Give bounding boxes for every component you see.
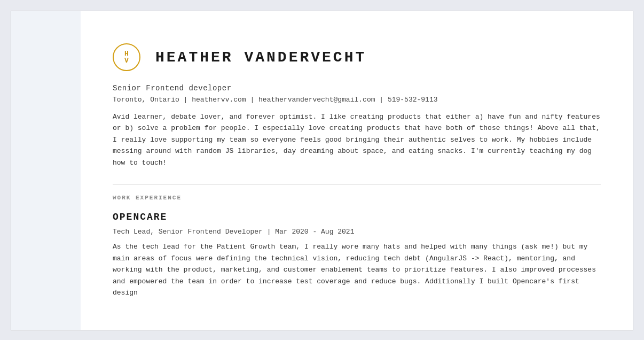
position-opencare: Tech Lead, Senior Frontend Developer | M… bbox=[113, 228, 601, 236]
contact-info: Toronto, Ontario | heathervv.com | heath… bbox=[113, 96, 601, 104]
company-opencare: OPENCARE Tech Lead, Senior Frontend Deve… bbox=[113, 212, 601, 298]
avatar-letter-v: V bbox=[124, 57, 129, 64]
work-experience-label: WORK EXPERIENCE bbox=[113, 195, 601, 201]
section-divider bbox=[113, 184, 601, 185]
main-content: H V HEATHER VANDERVECHT Senior Frontend … bbox=[81, 11, 633, 330]
company-name-opencare: OPENCARE bbox=[113, 212, 601, 222]
header-section: H V HEATHER VANDERVECHT bbox=[113, 43, 601, 71]
bio-text: Avid learner, debate lover, and forever … bbox=[113, 111, 601, 168]
resume-page: H V HEATHER VANDERVECHT Senior Frontend … bbox=[11, 11, 633, 330]
avatar: H V bbox=[113, 43, 140, 71]
full-name: HEATHER VANDERVECHT bbox=[155, 49, 366, 66]
job-title: Senior Frontend developer bbox=[113, 84, 601, 92]
experience-description-opencare: As the tech lead for the Patient Growth … bbox=[113, 241, 601, 298]
left-sidebar bbox=[11, 11, 81, 330]
